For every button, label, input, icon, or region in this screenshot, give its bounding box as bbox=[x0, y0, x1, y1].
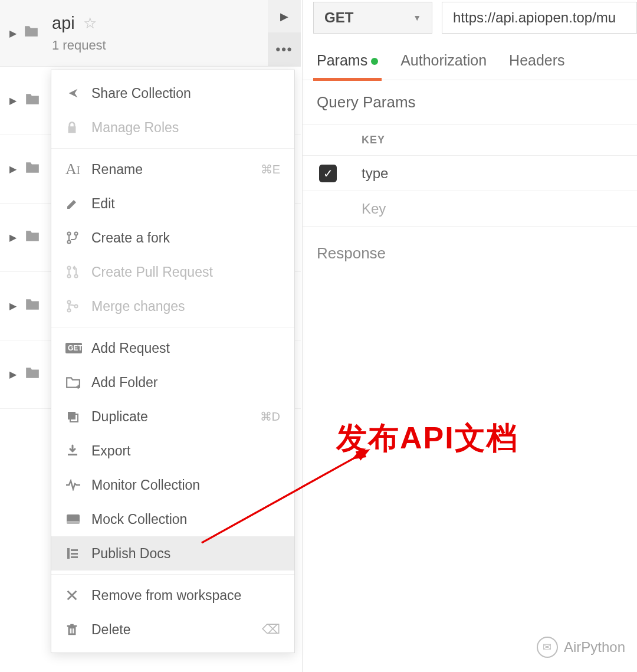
method-value: GET bbox=[324, 9, 353, 26]
menu-item-label: Monitor Collection bbox=[91, 477, 280, 493]
get-icon: GET bbox=[65, 343, 91, 353]
query-params-title: Query Params bbox=[303, 80, 637, 124]
edit-icon bbox=[65, 196, 91, 211]
folder-icon bbox=[25, 298, 40, 314]
menu-item-dup[interactable]: Duplicate⌘D bbox=[51, 399, 294, 434]
caret-right-icon[interactable]: ▶ bbox=[9, 28, 20, 39]
param-row[interactable]: ✓ type bbox=[303, 156, 637, 191]
menu-item-publish[interactable]: Publish Docs bbox=[51, 536, 294, 571]
run-collection-button[interactable]: ▶ bbox=[268, 0, 301, 33]
menu-item-label: Add Request bbox=[91, 340, 280, 356]
svg-rect-9 bbox=[68, 412, 75, 419]
watermark-text: AirPython bbox=[564, 639, 625, 655]
menu-divider bbox=[51, 148, 294, 149]
svg-point-1 bbox=[75, 232, 78, 235]
svg-point-0 bbox=[68, 232, 71, 235]
more-options-button[interactable]: ••• bbox=[268, 33, 301, 66]
svg-rect-15 bbox=[71, 549, 78, 551]
svg-point-8 bbox=[75, 305, 78, 308]
menu-item-label: Remove from workspace bbox=[91, 588, 280, 604]
menu-item-remove[interactable]: Remove from workspace bbox=[51, 578, 294, 612]
lock-icon bbox=[65, 120, 91, 135]
chevron-down-icon: ▼ bbox=[413, 13, 421, 22]
export-icon bbox=[65, 444, 91, 458]
menu-item-label: Merge changes bbox=[91, 299, 280, 314]
menu-item-label: Add Folder bbox=[91, 375, 280, 391]
merge-icon bbox=[65, 299, 91, 313]
param-key-cell[interactable]: type bbox=[353, 165, 637, 182]
svg-rect-17 bbox=[71, 556, 78, 558]
menu-item-get[interactable]: GETAdd Request bbox=[51, 331, 294, 365]
svg-point-3 bbox=[68, 267, 71, 270]
menu-item-mock[interactable]: Mock Collection bbox=[51, 502, 294, 536]
svg-point-5 bbox=[75, 275, 78, 278]
delete-icon bbox=[65, 622, 91, 637]
menu-item-label: Duplicate bbox=[91, 409, 260, 425]
svg-rect-16 bbox=[71, 553, 78, 555]
pr-icon bbox=[65, 265, 91, 279]
param-key-placeholder[interactable]: Key bbox=[353, 201, 637, 217]
params-header-row: KEY bbox=[303, 125, 637, 156]
menu-item-fork[interactable]: Create a fork bbox=[51, 221, 294, 255]
menu-item-export[interactable]: Export bbox=[51, 434, 294, 468]
menu-item-lock: Manage Roles bbox=[51, 110, 294, 145]
menu-item-shortcut: ⌫ bbox=[262, 622, 280, 637]
menu-item-pr: Create Pull Request bbox=[51, 255, 294, 289]
menu-item-monitor[interactable]: Monitor Collection bbox=[51, 468, 294, 502]
svg-point-4 bbox=[68, 275, 71, 278]
publish-icon bbox=[65, 546, 91, 560]
menu-item-label: Rename bbox=[91, 162, 261, 178]
param-new-row[interactable]: Key bbox=[303, 191, 637, 227]
remove-icon bbox=[65, 589, 91, 602]
watermark: ✉ AirPython bbox=[537, 637, 625, 658]
fork-icon bbox=[65, 231, 91, 245]
mock-icon bbox=[65, 513, 91, 525]
key-column-header: KEY bbox=[353, 134, 637, 146]
menu-item-shortcut: ⌘E bbox=[261, 162, 280, 176]
menu-item-merge: Merge changes bbox=[51, 289, 294, 323]
folder-icon bbox=[25, 366, 40, 383]
menu-item-label: Share Collection bbox=[91, 86, 280, 101]
svg-point-6 bbox=[68, 301, 71, 304]
menu-item-label: Publish Docs bbox=[91, 546, 280, 562]
menu-item-delete[interactable]: Delete⌫ bbox=[51, 612, 294, 647]
menu-item-rename[interactable]: AIRename⌘E bbox=[51, 152, 294, 186]
url-input[interactable]: https://api.apiopen.top/mu bbox=[442, 2, 637, 34]
menu-item-label: Export bbox=[91, 443, 280, 459]
menu-item-label: Create Pull Request bbox=[91, 264, 280, 280]
menu-item-shortcut: ⌘D bbox=[260, 409, 280, 424]
collection-header[interactable]: ▶ api ☆ 1 request ▶ ••• bbox=[0, 0, 301, 67]
tab-authorization[interactable]: Authorization bbox=[400, 52, 487, 80]
menu-item-label: Mock Collection bbox=[91, 512, 280, 527]
request-tabs: Params Authorization Headers bbox=[303, 35, 637, 80]
menu-item-edit[interactable]: Edit bbox=[51, 186, 294, 221]
share-icon bbox=[65, 87, 91, 100]
menu-item-share[interactable]: Share Collection bbox=[51, 76, 294, 110]
param-checkbox[interactable]: ✓ bbox=[319, 165, 337, 182]
sidebar: ▶ api ☆ 1 request ▶ ••• ▶ ▶ ▶ ▶ ▶ Share … bbox=[0, 0, 301, 672]
folder-icon bbox=[24, 25, 44, 41]
collection-context-menu: Share CollectionManage RolesAIRename⌘EEd… bbox=[51, 70, 295, 653]
wechat-icon: ✉ bbox=[537, 637, 558, 658]
folder-icon bbox=[25, 230, 40, 246]
addfold-icon bbox=[65, 376, 91, 389]
params-table: KEY ✓ type Key bbox=[303, 124, 637, 227]
folder-icon bbox=[25, 93, 40, 109]
menu-item-addfold[interactable]: Add Folder bbox=[51, 365, 294, 399]
menu-divider bbox=[51, 574, 294, 575]
svg-point-2 bbox=[68, 241, 71, 244]
collection-subtitle: 1 request bbox=[52, 38, 106, 53]
rename-icon: AI bbox=[65, 160, 91, 178]
svg-rect-13 bbox=[67, 521, 80, 524]
request-pane: GET ▼ https://api.apiopen.top/mu Params … bbox=[302, 0, 637, 672]
active-dot-icon bbox=[371, 58, 378, 65]
menu-divider bbox=[51, 327, 294, 327]
response-section-title: Response bbox=[303, 227, 637, 280]
menu-item-label: Delete bbox=[91, 622, 262, 638]
tab-headers[interactable]: Headers bbox=[509, 52, 565, 80]
star-icon[interactable]: ☆ bbox=[83, 14, 97, 32]
method-select[interactable]: GET ▼ bbox=[313, 2, 432, 34]
tab-params[interactable]: Params bbox=[317, 52, 378, 80]
svg-point-7 bbox=[68, 309, 71, 312]
svg-rect-14 bbox=[67, 548, 70, 559]
